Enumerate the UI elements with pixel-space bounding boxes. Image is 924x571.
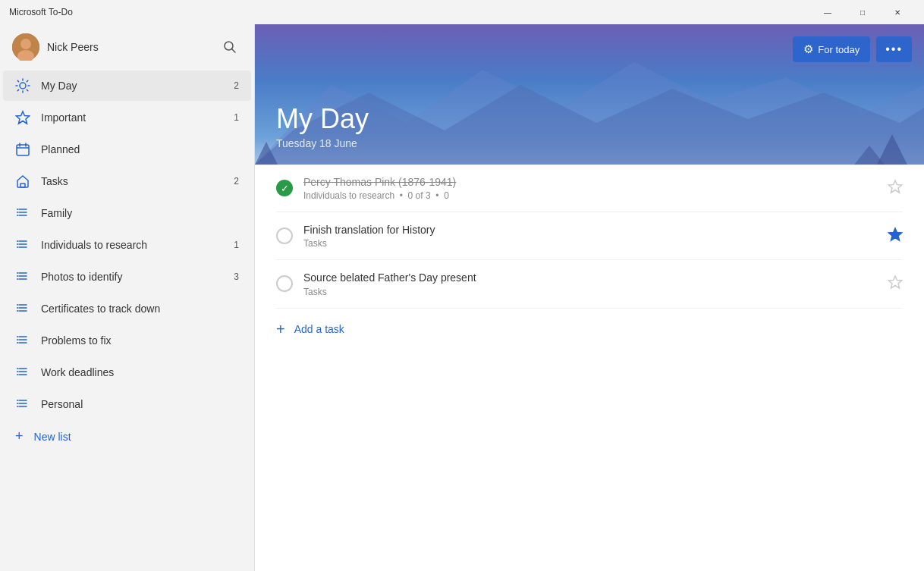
svg-point-31 [17, 246, 18, 248]
sidebar-item-individuals[interactable]: Individuals to research 1 [3, 230, 251, 260]
sidebar-item-individuals-label: Individuals to research [41, 239, 223, 251]
sidebar-item-my-day-label: My Day [41, 80, 213, 92]
gear-icon: ⚙ [803, 42, 813, 56]
svg-line-12 [27, 80, 27, 81]
svg-point-59 [17, 400, 18, 401]
task-info-2: Finish translation for History Tasks [303, 223, 877, 249]
svg-point-29 [17, 240, 18, 242]
close-button[interactable]: ✕ [880, 0, 915, 24]
username-label: Nick Peers [47, 41, 210, 53]
task-star-1[interactable] [888, 179, 903, 198]
task-meta-2: Tasks [303, 238, 877, 249]
task-title-3: Source belated Father's Day present [303, 271, 877, 284]
sidebar-item-family-label: Family [41, 207, 228, 219]
task-row[interactable]: ✓ Percy Thomas Pink (1876-1941) Individu… [276, 165, 903, 212]
sidebar-item-work[interactable]: Work deadlines [3, 357, 251, 387]
more-options-button[interactable]: ••• [876, 36, 912, 62]
add-task-row[interactable]: + Add a task [276, 309, 903, 350]
svg-point-61 [17, 406, 18, 407]
window-controls: — □ ✕ [810, 0, 915, 24]
svg-point-49 [17, 342, 18, 344]
svg-point-60 [17, 403, 18, 404]
list-icon-problems [15, 333, 30, 348]
sidebar-item-photos[interactable]: Photos to identify 3 [3, 262, 251, 292]
sidebar-item-important-label: Important [41, 111, 213, 124]
new-list-label: New list [34, 431, 71, 443]
add-task-label: Add a task [294, 323, 344, 335]
task-check-3[interactable] [276, 275, 293, 292]
sidebar-item-certificates[interactable]: Certificates to track down [3, 293, 251, 324]
list-icon-personal [15, 397, 30, 412]
svg-line-13 [17, 89, 18, 90]
task-title-1: Percy Thomas Pink (1876-1941) [303, 175, 877, 189]
svg-point-53 [17, 368, 18, 369]
for-today-button[interactable]: ⚙ For today [793, 36, 870, 62]
task-row[interactable]: Source belated Father's Day present Task… [276, 260, 903, 308]
svg-line-11 [27, 89, 27, 90]
sidebar-item-my-day[interactable]: My Day 2 [3, 71, 251, 101]
list-icon-work [15, 365, 30, 380]
svg-point-41 [17, 304, 18, 306]
svg-point-55 [17, 374, 18, 375]
sidebar-header: Nick Peers [0, 24, 254, 70]
task-title-2: Finish translation for History [303, 223, 877, 237]
list-icon-photos [15, 269, 30, 284]
hero-header: ⚙ For today ••• My Day Tuesday 18 June [255, 24, 924, 165]
sidebar-item-certificates-label: Certificates to track down [41, 303, 228, 315]
sidebar-item-tasks-badge: 2 [224, 176, 239, 187]
add-task-plus-icon: + [276, 321, 285, 338]
sidebar-item-my-day-badge: 2 [224, 80, 239, 91]
sidebar-item-work-label: Work deadlines [41, 366, 228, 378]
sidebar-item-tasks[interactable]: Tasks 2 [3, 166, 251, 196]
sidebar-item-important[interactable]: Important 1 [3, 102, 251, 133]
svg-marker-68 [889, 180, 902, 193]
sidebar-item-personal[interactable]: Personal [3, 389, 251, 419]
minimize-button[interactable]: — [810, 0, 845, 24]
maximize-button[interactable]: □ [845, 0, 880, 24]
task-info-3: Source belated Father's Day present Task… [303, 271, 877, 296]
sidebar: Nick Peers [0, 24, 255, 571]
sidebar-item-tasks-label: Tasks [41, 175, 213, 187]
new-list-button[interactable]: + New list [3, 421, 251, 452]
svg-point-54 [17, 371, 18, 372]
svg-line-10 [17, 80, 18, 81]
svg-point-35 [17, 272, 18, 274]
app-body: Nick Peers [0, 24, 924, 571]
star-outline-icon [15, 110, 30, 125]
svg-rect-15 [17, 145, 29, 155]
sidebar-item-planned-label: Planned [41, 143, 213, 155]
tasks-area: ✓ Percy Thomas Pink (1876-1941) Individu… [255, 165, 924, 571]
sidebar-item-individuals-badge: 1 [234, 240, 239, 250]
list-icon-family [15, 205, 30, 221]
svg-point-25 [17, 215, 18, 216]
sidebar-item-problems[interactable]: Problems to fix [3, 325, 251, 356]
svg-point-43 [17, 310, 18, 312]
home-icon [15, 174, 30, 189]
sidebar-item-problems-label: Problems to fix [41, 334, 228, 347]
sidebar-item-family[interactable]: Family [3, 198, 251, 228]
sidebar-item-photos-badge: 3 [234, 271, 239, 282]
page-title: My Day [276, 104, 903, 134]
sidebar-item-photos-label: Photos to identify [41, 271, 223, 283]
task-star-2[interactable] [888, 227, 903, 246]
task-row[interactable]: Finish translation for History Tasks [276, 212, 903, 260]
svg-point-47 [17, 336, 18, 337]
svg-point-5 [20, 83, 26, 89]
svg-marker-70 [889, 276, 902, 288]
sidebar-item-important-badge: 1 [224, 112, 239, 123]
task-check-1[interactable]: ✓ [276, 180, 293, 196]
for-today-label: For today [818, 44, 860, 55]
sidebar-item-personal-label: Personal [41, 398, 228, 410]
svg-line-4 [232, 49, 236, 53]
svg-marker-69 [889, 228, 902, 240]
task-info-1: Percy Thomas Pink (1876-1941) Individual… [303, 175, 877, 201]
svg-point-23 [17, 209, 18, 210]
task-star-3[interactable] [888, 275, 903, 293]
svg-point-24 [17, 212, 18, 213]
sidebar-item-planned[interactable]: Planned [3, 134, 251, 165]
page-subtitle: Tuesday 18 June [276, 137, 903, 149]
svg-marker-14 [17, 111, 30, 124]
avatar [12, 33, 39, 61]
search-button[interactable] [218, 35, 242, 59]
task-check-2[interactable] [276, 227, 293, 244]
